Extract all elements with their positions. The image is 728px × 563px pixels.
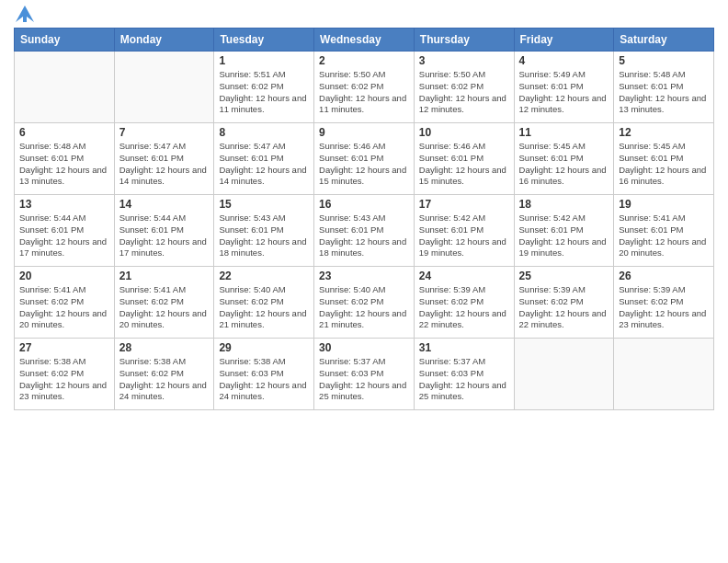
day-info: Sunrise: 5:40 AMSunset: 6:02 PMDaylight:… [319, 284, 409, 331]
calendar-cell: 21Sunrise: 5:41 AMSunset: 6:02 PMDayligh… [114, 267, 214, 339]
day-number: 3 [419, 54, 509, 67]
day-number: 13 [19, 198, 109, 211]
day-number: 17 [419, 198, 509, 211]
day-info: Sunrise: 5:45 AMSunset: 6:01 PMDaylight:… [519, 141, 609, 188]
day-number: 7 [119, 126, 210, 139]
day-number: 6 [19, 126, 109, 139]
calendar-cell: 27Sunrise: 5:38 AMSunset: 6:02 PMDayligh… [15, 339, 115, 410]
calendar-cell: 30Sunrise: 5:37 AMSunset: 6:03 PMDayligh… [314, 339, 415, 410]
calendar-cell: 28Sunrise: 5:38 AMSunset: 6:02 PMDayligh… [114, 339, 214, 410]
day-number: 22 [219, 270, 309, 282]
day-number: 27 [19, 341, 109, 354]
day-number: 25 [519, 270, 609, 282]
day-number: 21 [119, 270, 210, 282]
day-number: 9 [319, 126, 409, 139]
calendar-cell: 15Sunrise: 5:43 AMSunset: 6:01 PMDayligh… [214, 195, 314, 267]
calendar-cell [114, 52, 214, 123]
calendar-week-3: 13Sunrise: 5:44 AMSunset: 6:01 PMDayligh… [15, 195, 714, 267]
day-info: Sunrise: 5:43 AMSunset: 6:01 PMDaylight:… [319, 213, 409, 259]
day-info: Sunrise: 5:46 AMSunset: 6:01 PMDaylight:… [419, 141, 509, 188]
day-number: 23 [319, 270, 409, 282]
calendar-header-tuesday: Tuesday [214, 29, 314, 52]
day-info: Sunrise: 5:48 AMSunset: 6:01 PMDaylight:… [19, 141, 109, 188]
calendar-header-sunday: Sunday [15, 29, 115, 52]
day-number: 28 [119, 341, 210, 354]
day-info: Sunrise: 5:39 AMSunset: 6:02 PMDaylight:… [519, 284, 609, 331]
calendar-cell: 6Sunrise: 5:48 AMSunset: 6:01 PMDaylight… [15, 123, 115, 195]
day-info: Sunrise: 5:50 AMSunset: 6:02 PMDaylight:… [419, 69, 509, 116]
calendar-header-monday: Monday [114, 29, 214, 52]
day-number: 19 [619, 198, 709, 211]
day-number: 26 [619, 270, 709, 282]
day-info: Sunrise: 5:38 AMSunset: 6:02 PMDaylight:… [119, 356, 210, 403]
svg-marker-0 [16, 6, 34, 22]
calendar-header-thursday: Thursday [414, 29, 514, 52]
calendar-cell: 10Sunrise: 5:46 AMSunset: 6:01 PMDayligh… [414, 123, 514, 195]
calendar-header-row: SundayMondayTuesdayWednesdayThursdayFrid… [15, 29, 714, 52]
day-number: 12 [619, 126, 709, 139]
header [14, 9, 714, 22]
calendar-cell: 1Sunrise: 5:51 AMSunset: 6:02 PMDaylight… [214, 52, 314, 123]
day-number: 2 [319, 54, 409, 67]
day-number: 4 [519, 54, 609, 67]
day-info: Sunrise: 5:41 AMSunset: 6:02 PMDaylight:… [119, 284, 210, 331]
calendar-week-5: 27Sunrise: 5:38 AMSunset: 6:02 PMDayligh… [15, 339, 714, 410]
day-info: Sunrise: 5:42 AMSunset: 6:01 PMDaylight:… [419, 213, 509, 259]
calendar-cell [514, 339, 614, 410]
day-info: Sunrise: 5:41 AMSunset: 6:02 PMDaylight:… [19, 284, 109, 331]
day-number: 29 [219, 341, 309, 354]
day-number: 20 [19, 270, 109, 282]
day-info: Sunrise: 5:50 AMSunset: 6:02 PMDaylight:… [319, 69, 409, 116]
day-info: Sunrise: 5:47 AMSunset: 6:01 PMDaylight:… [219, 141, 309, 188]
day-info: Sunrise: 5:44 AMSunset: 6:01 PMDaylight:… [119, 213, 210, 259]
calendar-cell: 2Sunrise: 5:50 AMSunset: 6:02 PMDaylight… [314, 52, 415, 123]
calendar-cell [15, 52, 115, 123]
logo [14, 9, 34, 22]
day-info: Sunrise: 5:41 AMSunset: 6:01 PMDaylight:… [619, 213, 709, 259]
day-number: 31 [419, 341, 509, 354]
day-info: Sunrise: 5:42 AMSunset: 6:01 PMDaylight:… [519, 213, 609, 259]
day-number: 8 [219, 126, 309, 139]
calendar-cell: 23Sunrise: 5:40 AMSunset: 6:02 PMDayligh… [314, 267, 415, 339]
day-info: Sunrise: 5:38 AMSunset: 6:03 PMDaylight:… [219, 356, 309, 403]
day-info: Sunrise: 5:45 AMSunset: 6:01 PMDaylight:… [619, 141, 709, 188]
day-number: 16 [319, 198, 409, 211]
day-number: 5 [619, 54, 709, 67]
calendar-header-friday: Friday [514, 29, 614, 52]
day-info: Sunrise: 5:40 AMSunset: 6:02 PMDaylight:… [219, 284, 309, 331]
calendar-header-wednesday: Wednesday [314, 29, 415, 52]
calendar-cell: 16Sunrise: 5:43 AMSunset: 6:01 PMDayligh… [314, 195, 415, 267]
day-info: Sunrise: 5:39 AMSunset: 6:02 PMDaylight:… [419, 284, 509, 331]
day-number: 15 [219, 198, 309, 211]
calendar-cell: 26Sunrise: 5:39 AMSunset: 6:02 PMDayligh… [614, 267, 714, 339]
day-info: Sunrise: 5:38 AMSunset: 6:02 PMDaylight:… [19, 356, 109, 403]
calendar-header-saturday: Saturday [614, 29, 714, 52]
day-info: Sunrise: 5:51 AMSunset: 6:02 PMDaylight:… [219, 69, 309, 116]
day-info: Sunrise: 5:48 AMSunset: 6:01 PMDaylight:… [619, 69, 709, 116]
calendar-cell: 8Sunrise: 5:47 AMSunset: 6:01 PMDaylight… [214, 123, 314, 195]
calendar-cell: 22Sunrise: 5:40 AMSunset: 6:02 PMDayligh… [214, 267, 314, 339]
calendar-cell: 4Sunrise: 5:49 AMSunset: 6:01 PMDaylight… [514, 52, 614, 123]
calendar-cell: 20Sunrise: 5:41 AMSunset: 6:02 PMDayligh… [15, 267, 115, 339]
day-info: Sunrise: 5:37 AMSunset: 6:03 PMDaylight:… [419, 356, 509, 403]
calendar-cell: 25Sunrise: 5:39 AMSunset: 6:02 PMDayligh… [514, 267, 614, 339]
calendar-week-1: 1Sunrise: 5:51 AMSunset: 6:02 PMDaylight… [15, 52, 714, 123]
day-number: 14 [119, 198, 210, 211]
day-info: Sunrise: 5:37 AMSunset: 6:03 PMDaylight:… [319, 356, 409, 403]
calendar-cell: 12Sunrise: 5:45 AMSunset: 6:01 PMDayligh… [614, 123, 714, 195]
calendar-cell: 5Sunrise: 5:48 AMSunset: 6:01 PMDaylight… [614, 52, 714, 123]
calendar-cell: 31Sunrise: 5:37 AMSunset: 6:03 PMDayligh… [414, 339, 514, 410]
calendar-cell [614, 339, 714, 410]
day-info: Sunrise: 5:46 AMSunset: 6:01 PMDaylight:… [319, 141, 409, 188]
calendar-cell: 24Sunrise: 5:39 AMSunset: 6:02 PMDayligh… [414, 267, 514, 339]
calendar-week-2: 6Sunrise: 5:48 AMSunset: 6:01 PMDaylight… [15, 123, 714, 195]
day-number: 24 [419, 270, 509, 282]
day-info: Sunrise: 5:47 AMSunset: 6:01 PMDaylight:… [119, 141, 210, 188]
calendar-cell: 9Sunrise: 5:46 AMSunset: 6:01 PMDaylight… [314, 123, 415, 195]
calendar-cell: 3Sunrise: 5:50 AMSunset: 6:02 PMDaylight… [414, 52, 514, 123]
calendar-cell: 17Sunrise: 5:42 AMSunset: 6:01 PMDayligh… [414, 195, 514, 267]
day-info: Sunrise: 5:43 AMSunset: 6:01 PMDaylight:… [219, 213, 309, 259]
logo-icon [16, 6, 34, 22]
day-number: 11 [519, 126, 609, 139]
calendar-cell: 7Sunrise: 5:47 AMSunset: 6:01 PMDaylight… [114, 123, 214, 195]
